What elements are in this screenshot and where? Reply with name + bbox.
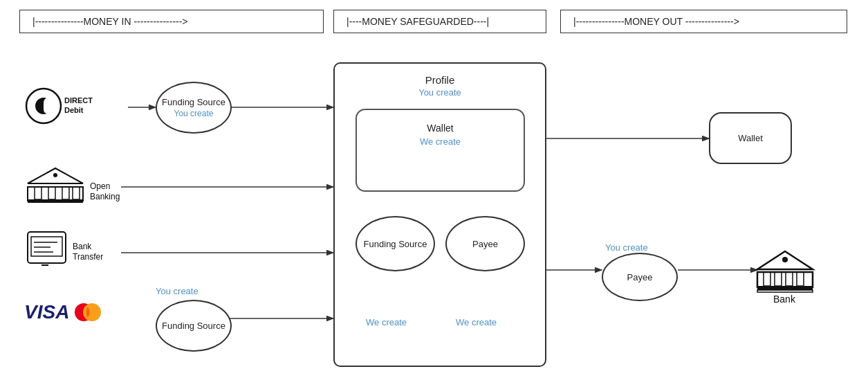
payee-you-create-label: You create (605, 242, 648, 253)
you-create-label-cards: You create (156, 286, 198, 296)
money-out-banner: |---------------MONEY OUT --------------… (560, 10, 847, 33)
svg-rect-20 (28, 199, 83, 203)
svg-rect-19 (73, 187, 80, 199)
diagram: |---------------MONEY IN ---------------… (0, 0, 868, 387)
svg-point-33 (83, 303, 101, 321)
svg-text:DIRECT: DIRECT (64, 96, 93, 105)
wallet-inner-label: Wallet (357, 123, 524, 134)
direct-debit-icon: DIRECT Debit (24, 87, 121, 127)
svg-point-42 (782, 257, 788, 262)
svg-rect-18 (62, 187, 69, 199)
funding-source-inside-label: Funding Source (364, 239, 427, 249)
svg-text:Transfer: Transfer (73, 252, 103, 262)
svg-rect-39 (797, 272, 804, 286)
funding-source-label-top: Funding Source (162, 97, 225, 107)
svg-rect-38 (786, 272, 793, 286)
wallet-inner-we-create: We create (357, 136, 524, 147)
svg-rect-11 (44, 98, 53, 114)
payee-output-label: Payee (627, 272, 653, 282)
svg-rect-40 (757, 286, 813, 290)
funding-source-ellipse-top: Funding Source You create (156, 82, 232, 134)
svg-rect-41 (757, 290, 813, 292)
svg-text:Bank: Bank (73, 242, 92, 251)
svg-text:Bank: Bank (773, 294, 796, 305)
funding-source-ellipse-bottom: Funding Source (156, 300, 232, 352)
you-create-label-top: You create (174, 109, 214, 118)
bank-transfer-icon: Bank Transfer (24, 228, 124, 276)
payee-output: Payee (602, 253, 678, 301)
funding-source-we-create-label: We create (366, 317, 407, 327)
payee-inside-label: Payee (472, 239, 498, 249)
svg-rect-25 (31, 237, 62, 256)
wallet-output: Wallet (709, 112, 792, 164)
svg-rect-36 (764, 272, 770, 286)
money-safeguarded-banner: |----MONEY SAFEGUARDED----| (333, 10, 546, 33)
visa-mastercard-icons: VISA (24, 301, 145, 323)
svg-rect-34 (757, 272, 813, 287)
svg-point-21 (53, 173, 57, 177)
payee-we-create-label: We create (456, 317, 497, 327)
money-in-banner: |---------------MONEY IN ---------------… (19, 10, 324, 33)
svg-text:Banking: Banking (90, 192, 120, 201)
svg-rect-37 (775, 272, 782, 286)
funding-source-inside: Funding Source (355, 216, 435, 271)
profile-box: Profile You create Wallet We create Fund… (333, 62, 546, 367)
wallet-output-label: Wallet (738, 133, 763, 143)
profile-title: Profile (335, 74, 545, 86)
funding-source-label-bottom: Funding Source (162, 321, 225, 331)
open-banking-icon: Open Banking (24, 163, 124, 210)
bank-icon: Bank (754, 246, 823, 311)
svg-rect-17 (48, 187, 55, 199)
svg-rect-16 (35, 187, 41, 199)
wallet-inner-box: Wallet We create (355, 109, 525, 192)
svg-text:Debit: Debit (64, 106, 84, 114)
profile-you-create: You create (335, 87, 545, 98)
payee-inside: Payee (445, 216, 525, 271)
svg-text:Open: Open (90, 181, 110, 191)
